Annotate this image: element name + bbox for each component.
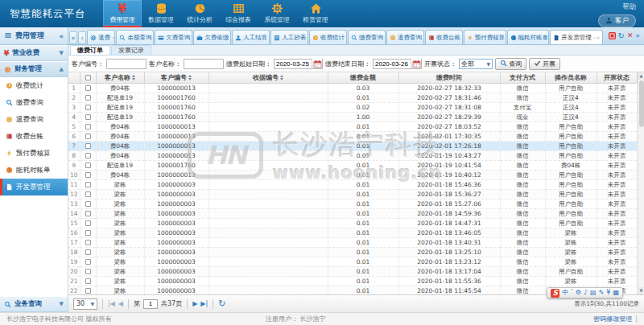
tab-欠费催缴[interactable]: 欠费催缴 «× [193,30,231,44]
search-button[interactable]: 查询 [495,58,526,70]
sidebar-item-开发票管理[interactable]: 开发票管理 [0,179,68,195]
table-row[interactable]: 12梁栋10000000030.012020-01-18 15:36:27微信用… [68,189,637,199]
ime-tool-icon[interactable]: ▦ [613,288,619,298]
row-checkbox[interactable] [85,278,91,284]
table-row[interactable]: 2配送单1910000017600.012020-02-27 18:31:46微… [68,93,637,102]
ime-tool-icon[interactable]: ¥ [606,288,610,298]
first-page-button[interactable]: |◀ [108,300,115,307]
tab-refresh-button[interactable]: ↻ [618,32,625,39]
invoice-status-select[interactable]: 全部 ▼ [459,59,493,69]
row-checkbox[interactable] [85,211,91,216]
help-link[interactable]: 帮助 [622,2,636,12]
nav-item-统计分析[interactable]: 统计分析 [180,0,219,27]
row-checkbox[interactable] [85,220,91,226]
sidebar-group-营业收费[interactable]: ¥ 营业收费 ▼ [0,45,68,61]
row-checkbox[interactable] [85,230,91,236]
ime-tool-icon[interactable]: ♪ [584,288,588,298]
row-checkbox[interactable] [85,201,91,207]
sidebar-item-收费台账[interactable]: 收费台账 [0,128,68,145]
table-row[interactable]: 20梁栋10000000030.012020-01-18 13:17:04微信用… [68,266,637,276]
nav-item-费用管理[interactable]: ¥ 费用管理 [103,0,142,27]
table-row[interactable]: 10费04栋10000000130.012020-01-19 10:40:12微… [68,170,637,179]
row-checkbox[interactable] [85,172,91,178]
table-row[interactable]: 7费04栋10000000130.012020-02-01 17:26:18微信… [68,141,637,150]
tab-close-button[interactable]: ✕ [627,32,634,39]
row-checkbox[interactable] [85,105,91,110]
tab-close-icon[interactable]: «× [112,35,115,40]
row-checkbox[interactable] [85,143,91,149]
tab-预付费核算[interactable]: 预付费核算 «× [464,30,506,44]
ime-tool-icon[interactable]: 中 [562,288,568,298]
table-row[interactable]: 1费04栋10000000130.032020-02-27 18:32:33微信… [68,83,637,93]
tab-scroll-left2-button[interactable]: ‹ [78,31,86,44]
row-checkbox[interactable] [85,249,91,255]
tab-收费统计[interactable]: 收费统计 «× [309,30,347,44]
column-header-收据编号[interactable]: 收据编号 [208,72,328,83]
last-page-button[interactable]: ▶| [200,300,208,307]
start-date-input[interactable] [275,60,312,68]
table-row[interactable]: 14梁栋10000000030.012020-01-18 14:59:36微信用… [68,208,637,218]
select-all-checkbox[interactable] [85,75,91,80]
tab-close-icon[interactable]: «× [269,35,270,40]
row-checkbox[interactable] [85,95,91,101]
tab-人工结算[interactable]: 人工结算 «× [232,30,270,44]
nav-item-系统管理[interactable]: 系统管理 [258,0,296,27]
sidebar-item-退费查询[interactable]: 退费查询 [0,111,68,128]
scroll-down-icon[interactable]: ▼ [638,287,644,294]
tab-欠费查询[interactable]: 欠费查询 «× [155,30,192,44]
row-checkbox[interactable] [85,182,91,187]
ime-tool-icon[interactable]: ’ [571,288,573,298]
ime-logo-icon[interactable]: S [551,289,559,298]
table-row[interactable]: 17梁栋10000000030.012020-01-18 13:40:31微信梁… [68,237,637,247]
row-checkbox[interactable] [85,259,91,265]
customer-no-input[interactable] [106,59,147,69]
prev-page-button[interactable]: ◀ [118,300,123,307]
calendar-icon[interactable] [411,59,421,68]
table-row[interactable]: 8费04栋10000000130.012020-01-19 10:43:27微信… [68,150,637,160]
tab-close-icon[interactable]: «× [423,35,424,40]
end-date-input[interactable] [374,60,411,68]
sidebar-group-业务查询[interactable]: 业务查询 ▼ [0,296,68,312]
sidebar-panel-header[interactable]: 费用管理 « [0,27,68,44]
nav-item-数据管理[interactable]: 数据管理 [142,0,180,27]
tab-退费查询[interactable]: 退费查询 «× [386,30,424,44]
table-row[interactable]: 4配送单1910000017601.002020-02-27 18:29:39现… [68,112,637,121]
customer-name-input[interactable] [184,59,224,69]
scrollbar-thumb[interactable] [639,80,644,127]
row-checkbox[interactable] [85,240,91,245]
column-header-客户编号[interactable]: 客户编号 [144,72,208,83]
row-checkbox[interactable] [85,153,91,158]
column-header-开票状态[interactable]: 开票状态 [597,72,637,83]
table-row[interactable]: 19梁栋10000000030.012020-01-18 13:23:12微信梁… [68,257,637,266]
nav-item-租赁管理[interactable]: 租赁管理 [296,0,335,27]
tab-close-icon[interactable]: «× [593,35,601,40]
tab-close-icon[interactable]: «× [385,35,386,40]
row-checkbox[interactable] [85,269,91,274]
refresh-icon[interactable]: ↻ [218,300,225,308]
tab-close-icon[interactable]: «× [346,35,347,40]
table-row[interactable]: 16梁栋10000000030.012020-01-18 13:46:05微信梁… [68,228,637,237]
column-header-缴费时间[interactable]: 缴费时间 [398,72,500,83]
page-number-input[interactable] [143,299,158,309]
tab-close-icon[interactable]: «× [462,35,463,40]
tab-close-icon[interactable]: «× [308,35,308,40]
sidebar-item-能耗对账单[interactable]: 能耗对账单 [0,162,68,179]
table-row[interactable]: 9配送单1910000017600.012020-01-19 10:41:54微… [68,160,637,170]
tab-人工抄表[interactable]: 人工抄表 «× [270,30,308,44]
tab-scroll-left-button[interactable]: « [69,31,77,44]
table-row[interactable]: 3配送单1910000017600.022020-02-27 18:31:08支… [68,102,637,112]
tab-overflow-button[interactable]: » [635,32,640,39]
table-row[interactable]: 11梁栋10000000030.012020-01-18 15:46:36微信用… [68,179,637,189]
nav-item-综合报表[interactable]: 综合报表 [219,0,258,27]
row-checkbox[interactable] [85,191,91,197]
collapse-sidebar-icon[interactable]: « [59,32,64,40]
table-row[interactable]: 15梁栋10000000030.012020-01-18 14:47:31微信用… [68,218,637,228]
tab-缴费查询[interactable]: 缴费查询 «× [348,30,386,44]
make-invoice-button[interactable]: 开票 [529,58,560,70]
subtab-发票记录[interactable]: 发票记录 [111,45,151,55]
column-header-操作员名称[interactable]: 操作员名称 [545,72,597,83]
vertical-scrollbar[interactable]: ▲ ▼ [638,72,644,294]
calendar-icon[interactable] [312,59,322,68]
tab-退费[interactable]: 退费 «× [87,30,115,44]
user-button[interactable]: 客户 [598,14,636,27]
